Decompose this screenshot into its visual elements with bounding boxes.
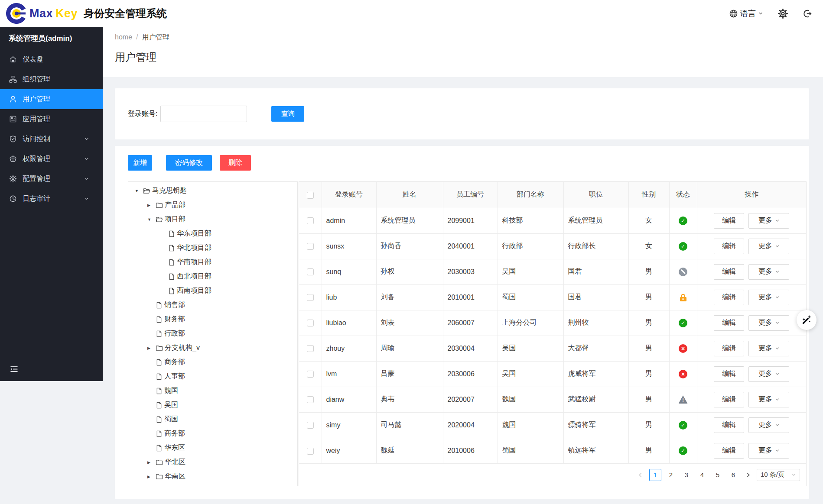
next-page-button[interactable]	[743, 469, 753, 481]
page-button-3[interactable]: 3	[680, 469, 693, 481]
menu-fold-icon[interactable]	[0, 365, 103, 381]
employee-id-cell: 2099001	[443, 208, 498, 233]
tree-item[interactable]: 华东区	[128, 441, 297, 455]
query-button[interactable]: 查询	[271, 106, 304, 122]
row-checkbox[interactable]	[307, 243, 314, 250]
page-button-6[interactable]: 6	[727, 469, 739, 481]
more-button[interactable]: 更多	[748, 290, 789, 305]
sidebar-item-users[interactable]: 用户管理	[0, 89, 103, 109]
tree-item[interactable]: 商务部	[128, 355, 297, 369]
tree-item[interactable]: 蜀国	[128, 412, 297, 426]
sidebar-item-audit-log[interactable]: 日志审计	[0, 189, 103, 209]
caret-right-icon[interactable]: ▶	[146, 346, 156, 350]
tree-item[interactable]: 销售部	[128, 298, 297, 312]
sidebar-item-access-control[interactable]: 访问控制	[0, 129, 103, 149]
select-all-checkbox[interactable]	[307, 192, 314, 199]
actions-cell: 编辑更多	[697, 361, 806, 387]
tree-item[interactable]: 财务部	[128, 312, 297, 326]
more-button[interactable]: 更多	[748, 264, 789, 280]
chevron-down-icon	[84, 156, 89, 162]
tree-item[interactable]: ▼马克思钥匙	[128, 184, 297, 198]
row-checkbox[interactable]	[307, 345, 314, 352]
tree-item[interactable]: 西北项目部	[128, 269, 297, 284]
page-button-5[interactable]: 5	[712, 469, 724, 481]
edit-button[interactable]: 编辑	[714, 213, 744, 229]
gear-icon	[9, 175, 17, 183]
globe-icon	[729, 9, 738, 18]
table-row: liub刘备2010001蜀国国君男编辑更多	[299, 284, 806, 310]
more-button[interactable]: 更多	[748, 392, 789, 407]
settings-gear-icon[interactable]	[778, 9, 788, 19]
tree-item[interactable]: 行政部	[128, 326, 297, 341]
edit-button[interactable]: 编辑	[714, 239, 744, 254]
logout-icon[interactable]	[803, 9, 812, 18]
caret-right-icon[interactable]: ▶	[146, 460, 156, 465]
tree-item[interactable]: 华南项目部	[128, 255, 297, 269]
row-checkbox[interactable]	[307, 268, 314, 275]
page-size-select[interactable]: 10 条/页	[757, 469, 800, 481]
tree-item[interactable]: ▶分支机构_v	[128, 341, 297, 355]
login-account-input[interactable]	[160, 106, 247, 122]
edit-button[interactable]: 编辑	[714, 366, 744, 382]
chevron-down-icon	[775, 372, 780, 376]
floating-wand-button[interactable]	[797, 310, 816, 330]
edit-button[interactable]: 编辑	[714, 264, 744, 280]
tree-item[interactable]: ▶产品部	[128, 198, 297, 212]
tree-item[interactable]: 人事部	[128, 369, 297, 384]
more-button[interactable]: 更多	[748, 443, 789, 459]
caret-down-icon[interactable]: ▼	[146, 217, 156, 222]
pentagon-icon	[9, 155, 17, 163]
caret-down-icon[interactable]: ▼	[134, 189, 143, 193]
row-checkbox[interactable]	[307, 320, 314, 326]
page-button-1[interactable]: 1	[649, 469, 661, 481]
previous-page-button[interactable]	[635, 469, 646, 481]
sidebar-item-organizations[interactable]: 组织管理	[0, 69, 103, 89]
row-checkbox[interactable]	[307, 422, 314, 429]
tree-item[interactable]: ▶华南区	[128, 469, 297, 484]
edit-button[interactable]: 编辑	[714, 417, 744, 433]
row-checkbox[interactable]	[307, 396, 314, 403]
edit-button[interactable]: 编辑	[714, 290, 744, 305]
row-checkbox[interactable]	[307, 448, 314, 455]
tree-item[interactable]: 商务部	[128, 426, 297, 441]
sidebar-item-applications[interactable]: 应用管理	[0, 109, 103, 129]
tree-item[interactable]: 华北项目部	[128, 241, 297, 255]
tree-item[interactable]: 魏国	[128, 384, 297, 398]
caret-right-icon[interactable]: ▶	[146, 203, 156, 207]
more-button[interactable]: 更多	[748, 213, 789, 229]
delete-button[interactable]: 删除	[220, 155, 251, 171]
tree-item[interactable]: ▶华北区	[128, 455, 297, 469]
more-button[interactable]: 更多	[748, 366, 789, 382]
page-title: 用户管理	[115, 50, 823, 65]
status-cell: ×	[669, 361, 697, 387]
sidebar-item-dashboard[interactable]: 仪表盘	[0, 49, 103, 69]
add-button[interactable]: 新增	[128, 155, 152, 171]
sidebar-item-configuration[interactable]: 配置管理	[0, 169, 103, 189]
tree-item[interactable]: ▼项目部	[128, 212, 297, 226]
sidebar-item-permissions[interactable]: 权限管理	[0, 149, 103, 169]
change-password-button[interactable]: 密码修改	[166, 155, 212, 171]
edit-button[interactable]: 编辑	[714, 443, 744, 459]
row-checkbox[interactable]	[307, 371, 314, 378]
page-button-2[interactable]: 2	[665, 469, 677, 481]
tree-item[interactable]: 华东项目部	[128, 226, 297, 241]
language-menu[interactable]: 语言	[729, 8, 763, 19]
edit-button[interactable]: 编辑	[714, 315, 744, 331]
tree-item[interactable]: 吴国	[128, 398, 297, 412]
app-root: Max Key 身份安全管理系统 语言	[0, 0, 823, 504]
row-checkbox[interactable]	[307, 217, 314, 224]
edit-button[interactable]: 编辑	[714, 392, 744, 407]
employee-id-cell: 2030003	[443, 259, 498, 284]
job-title-cell: 行政部长	[563, 233, 628, 259]
more-button[interactable]: 更多	[748, 239, 789, 254]
row-checkbox[interactable]	[307, 294, 314, 301]
more-button[interactable]: 更多	[748, 315, 789, 331]
tree-item[interactable]: 西南项目部	[128, 284, 297, 298]
more-button[interactable]: 更多	[748, 341, 789, 356]
breadcrumb-home-link[interactable]: home	[115, 33, 132, 41]
caret-right-icon[interactable]: ▶	[146, 475, 156, 479]
edit-button[interactable]: 编辑	[714, 341, 744, 356]
file-icon	[156, 359, 163, 366]
more-button[interactable]: 更多	[748, 417, 789, 433]
page-button-4[interactable]: 4	[696, 469, 708, 481]
